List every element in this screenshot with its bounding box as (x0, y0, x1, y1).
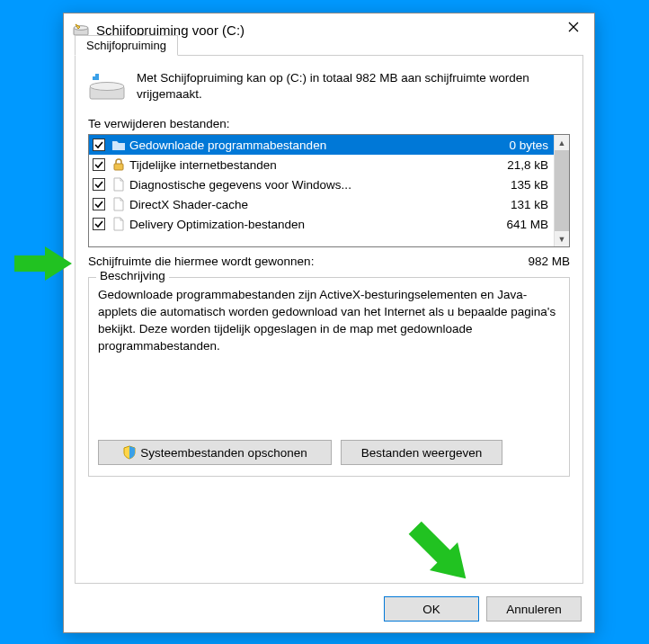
file-name: Delivery Optimization-bestanden (129, 218, 502, 231)
gain-label: Schijfruimte die hiermee wordt gewonnen: (88, 255, 314, 268)
cleanup-system-button[interactable]: Systeembestanden opschonen (98, 440, 332, 465)
svg-point-3 (90, 83, 124, 91)
scroll-down-button[interactable]: ▼ (555, 231, 569, 246)
scrollbar[interactable]: ▲ ▼ (554, 135, 569, 246)
file-size: 0 bytes (509, 139, 550, 152)
cleanup-system-label: Systeembestanden opschonen (140, 446, 307, 460)
file-size: 21,8 kB (507, 158, 550, 172)
files-label: Te verwijderen bestanden: (88, 117, 570, 130)
close-button[interactable] (553, 13, 594, 40)
file-name: DirectX Shader-cache (129, 198, 507, 211)
disk-cleanup-dialog: Schijfopruiming voor (C:) Schijfopruimin… (63, 13, 595, 633)
file-row[interactable]: DirectX Shader-cache131 kB (89, 194, 554, 214)
ok-button[interactable]: OK (384, 596, 479, 622)
description-group: Beschrijving Gedownloade programmabestan… (88, 277, 570, 477)
description-legend: Beschrijving (96, 269, 169, 282)
file-size: 131 kB (511, 198, 550, 211)
scroll-up-button[interactable]: ▲ (555, 135, 569, 150)
file-icon (111, 197, 126, 211)
intro-text: Met Schijfopruiming kan op (C:) in totaa… (137, 70, 570, 104)
view-files-button[interactable]: Bestanden weergeven (341, 440, 502, 465)
file-icon (111, 177, 126, 192)
dialog-content: Schijfopruiming Met Schijfopruiming kan … (75, 55, 583, 584)
file-size: 135 kB (511, 178, 550, 192)
file-checkbox[interactable] (93, 198, 105, 210)
svg-point-1 (74, 26, 88, 31)
file-size: 641 MB (506, 218, 550, 231)
scroll-thumb[interactable] (555, 150, 569, 231)
file-row[interactable]: Tijdelijke internetbestanden21,8 kB (89, 155, 554, 174)
file-icon (111, 217, 126, 231)
file-name: Gedownloade programmabestanden (129, 139, 505, 152)
ok-label: OK (422, 603, 440, 616)
file-row[interactable]: Delivery Optimization-bestanden641 MB (89, 214, 554, 234)
file-name: Diagnostische gegevens voor Windows... (129, 178, 507, 192)
svg-rect-5 (93, 74, 95, 76)
view-files-label: Bestanden weergeven (361, 446, 482, 460)
lock-icon (111, 157, 126, 172)
file-checkbox[interactable] (93, 158, 105, 171)
folder-icon (111, 138, 126, 152)
cancel-label: Annuleren (506, 603, 562, 616)
cancel-button[interactable]: Annuleren (486, 596, 582, 622)
svg-rect-6 (114, 164, 123, 170)
drive-icon (88, 70, 126, 104)
file-checkbox[interactable] (93, 139, 105, 151)
file-name: Tijdelijke internetbestanden (129, 158, 503, 172)
gain-value: 982 MB (528, 255, 570, 268)
tab-schijfopruiming[interactable]: Schijfopruiming (75, 35, 178, 56)
description-text: Gedownloade programmabestanden zijn Acti… (98, 287, 560, 355)
file-checkbox[interactable] (93, 218, 105, 230)
shield-icon (122, 445, 137, 460)
file-list[interactable]: Gedownloade programmabestanden0 bytesTij… (88, 134, 570, 247)
file-row[interactable]: Diagnostische gegevens voor Windows...13… (89, 174, 554, 194)
file-row[interactable]: Gedownloade programmabestanden0 bytes (89, 135, 554, 155)
file-checkbox[interactable] (93, 178, 105, 191)
